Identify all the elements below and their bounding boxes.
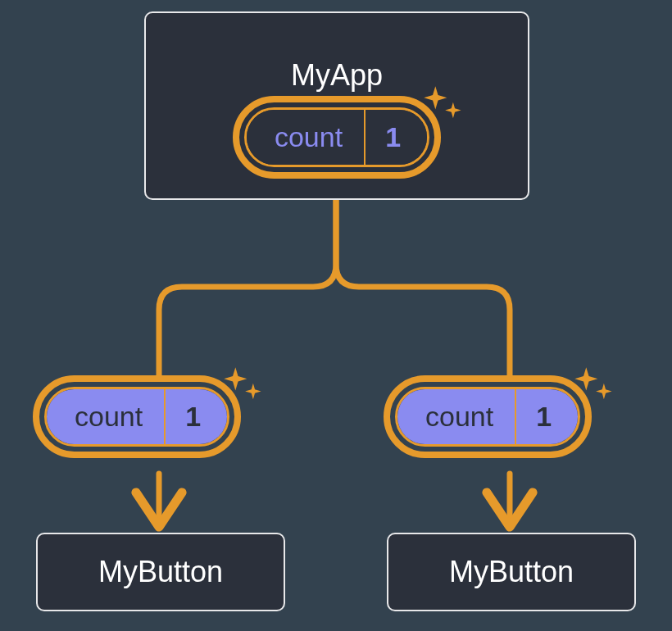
- prop-label: count: [47, 389, 166, 444]
- state-value: 1: [366, 110, 427, 165]
- sparkle-icon: [221, 364, 266, 408]
- left-prop-pill: count 1: [44, 387, 229, 447]
- left-child-component-title: MyButton: [98, 555, 223, 589]
- sparkle-icon: [421, 83, 465, 127]
- right-child-component-title: MyButton: [449, 555, 574, 589]
- parent-component-title: MyApp: [291, 58, 383, 93]
- prop-label: count: [397, 389, 516, 444]
- right-child-component-card: MyButton: [387, 533, 636, 611]
- parent-state-pill: count 1: [244, 107, 429, 167]
- state-label: count: [247, 110, 366, 165]
- prop-value: 1: [166, 389, 227, 444]
- right-prop-pill: count 1: [395, 387, 580, 447]
- left-child-component-card: MyButton: [36, 533, 285, 611]
- parent-component-card: MyApp count 1: [144, 11, 529, 200]
- prop-value: 1: [516, 389, 578, 444]
- sparkle-icon: [572, 364, 616, 408]
